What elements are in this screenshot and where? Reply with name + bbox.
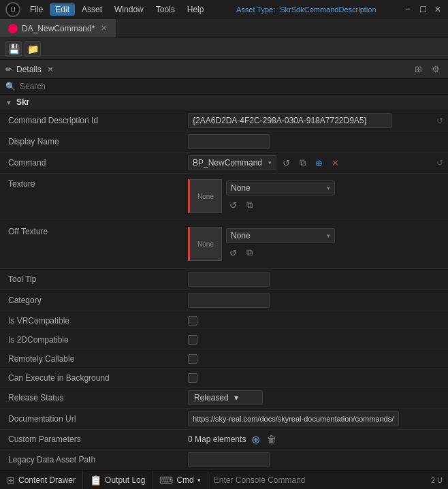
menu-bar: File Edit Asset Window Tools Help: [25, 3, 209, 16]
texture-back-button[interactable]: ↺: [226, 198, 240, 212]
off-texture-right: None ▾ ↺ ⧉: [226, 228, 335, 259]
close-button[interactable]: ✕: [433, 5, 443, 14]
panel-actions: ⊞ ⚙: [411, 63, 443, 76]
map-delete-button[interactable]: 🗑: [265, 432, 278, 446]
prop-value-texture: None None ▾ ↺ ⧉: [184, 174, 432, 219]
prop-command-description-id: Command Description Id ↺: [0, 110, 448, 131]
reset-is-2d-compatible: [432, 330, 448, 349]
reset-can-execute-in-background: [432, 368, 448, 387]
panel-title: ✏ Details ✕: [5, 65, 55, 74]
texture-main-row: None None ▾ ↺ ⧉: [188, 176, 428, 216]
command-actions: ↺ ⧉ ⊕ ✕: [279, 156, 342, 170]
minimize-button[interactable]: –: [403, 5, 413, 14]
off-texture-browse-button[interactable]: ⧉: [242, 246, 256, 259]
output-log-label: Output Log: [105, 475, 145, 485]
prop-label-documentation-url: Documentation Url: [0, 409, 184, 429]
tab-label: DA_NewCommand*: [22, 24, 95, 33]
reset-command-description-id[interactable]: ↺: [432, 110, 448, 131]
menu-edit[interactable]: Edit: [50, 3, 75, 16]
reset-is-vr-compatible: [432, 311, 448, 330]
prop-tool-tip: Tool Tip: [0, 269, 448, 290]
command-copy-button[interactable]: ⧉: [295, 156, 309, 170]
search-input[interactable]: [20, 82, 443, 91]
menu-help[interactable]: Help: [182, 3, 210, 16]
section-skr[interactable]: ▼ Skr: [0, 95, 448, 110]
texture-icon-row: ↺ ⧉: [226, 198, 335, 212]
menu-window[interactable]: Window: [109, 3, 149, 16]
prop-value-legacy-data-asset-path: [184, 449, 432, 470]
output-log-icon: 📋: [90, 475, 101, 486]
reset-release-status: [432, 388, 448, 408]
section-title: Skr: [16, 97, 29, 107]
map-add-button[interactable]: ⊕: [249, 432, 262, 446]
prop-label-is-2d-compatible: Is 2DCompatible: [0, 330, 184, 349]
documentation-url-input[interactable]: [188, 411, 399, 426]
prop-label-is-vr-compatible: Is VRCompatible: [0, 311, 184, 330]
texture-dropdown[interactable]: None ▾: [226, 180, 335, 195]
off-texture-main-row: None None ▾ ↺ ⧉: [188, 224, 428, 264]
prop-value-documentation-url: [184, 409, 432, 429]
command-dropdown-text: BP_NewCommand: [193, 158, 266, 168]
search-bar: 🔍: [0, 79, 448, 95]
content-drawer-label: Content Drawer: [18, 475, 76, 485]
reset-remotely-callable: [432, 349, 448, 368]
category-input[interactable]: [188, 293, 270, 308]
prop-texture: Texture None None ▾: [0, 174, 448, 221]
prop-label-command-description-id: Command Description Id: [0, 110, 184, 131]
command-back-button[interactable]: ↺: [279, 156, 293, 170]
texture-browse-button[interactable]: ⧉: [242, 198, 256, 212]
output-log-button[interactable]: 📋 Output Log: [83, 471, 153, 489]
prop-release-status: Release Status Released ▾: [0, 388, 448, 409]
release-status-dropdown[interactable]: Released ▾: [188, 390, 263, 405]
legacy-data-asset-path-input[interactable]: [188, 452, 270, 467]
release-status-arrow: ▾: [234, 393, 238, 403]
prop-value-remotely-callable: [184, 349, 432, 368]
prop-label-release-status: Release Status: [0, 388, 184, 408]
prop-value-tool-tip: [184, 269, 432, 289]
toolbar: 💾 📁: [0, 38, 448, 60]
save-button[interactable]: 💾: [5, 41, 22, 57]
console-input[interactable]: [214, 475, 420, 485]
panel-edit-icon: ✏: [5, 65, 12, 74]
prop-can-execute-in-background: Can Execute in Background: [0, 368, 448, 388]
status-bar: ⊞ Content Drawer 📋 Output Log ⌨ Cmd ▾ 2 …: [0, 470, 448, 489]
tab-close-button[interactable]: ✕: [99, 24, 108, 33]
is-vr-compatible-checkbox[interactable]: [188, 316, 197, 326]
content-drawer-button[interactable]: ⊞ Content Drawer: [0, 471, 83, 489]
menu-file[interactable]: File: [25, 3, 48, 16]
command-dropdown[interactable]: BP_NewCommand ▾: [188, 155, 276, 170]
maximize-button[interactable]: ☐: [418, 5, 428, 14]
can-execute-in-background-checkbox[interactable]: [188, 373, 197, 383]
panel-settings-button[interactable]: ⚙: [429, 63, 443, 76]
is-2d-compatible-checkbox[interactable]: [188, 335, 197, 345]
command-add-button[interactable]: ⊕: [312, 156, 325, 170]
command-delete-button[interactable]: ✕: [328, 156, 342, 170]
off-texture-icon-row: ↺ ⧉: [226, 246, 335, 259]
panel-grid-button[interactable]: ⊞: [411, 63, 425, 76]
prop-is-2d-compatible: Is 2DCompatible: [0, 330, 448, 349]
prop-display-name: Display Name: [0, 131, 448, 153]
prop-value-custom-parameters: 0 Map elements ⊕ 🗑: [184, 430, 432, 449]
tab-da-newcommand[interactable]: DA_NewCommand* ✕: [0, 19, 117, 37]
command-description-id-input[interactable]: [188, 113, 392, 128]
off-texture-dropdown[interactable]: None ▾: [226, 228, 335, 243]
reset-legacy-data-asset-path: [432, 449, 448, 470]
off-texture-back-button[interactable]: ↺: [226, 246, 240, 259]
menu-tools[interactable]: Tools: [150, 3, 180, 16]
prop-label-remotely-callable: Remotely Callable: [0, 349, 184, 368]
texture-container: None None ▾ ↺ ⧉: [188, 176, 428, 216]
reset-command[interactable]: ↺: [432, 153, 448, 173]
texture-thumbnail: None: [188, 179, 222, 213]
browse-button[interactable]: 📁: [25, 41, 41, 57]
prop-off-texture: Off Texture None None ▾: [0, 221, 448, 269]
command-dropdown-arrow: ▾: [268, 159, 272, 166]
tab-bar: DA_NewCommand* ✕: [0, 19, 448, 38]
menu-asset[interactable]: Asset: [76, 3, 108, 16]
remotely-callable-checkbox[interactable]: [188, 354, 197, 364]
properties-panel: Command Description Id ↺ Display Name Co…: [0, 110, 448, 482]
tool-tip-input[interactable]: [188, 272, 270, 287]
cmd-button[interactable]: ⌨ Cmd ▾: [153, 471, 208, 489]
prop-category: Category: [0, 290, 448, 311]
panel-close-button[interactable]: ✕: [46, 65, 55, 74]
display-name-input[interactable]: [188, 134, 270, 149]
